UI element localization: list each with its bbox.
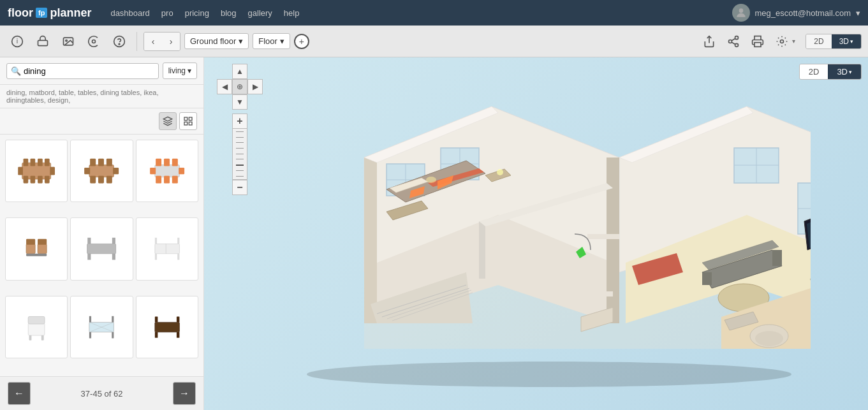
settings-button[interactable] xyxy=(772,31,792,52)
zoom-slider[interactable] xyxy=(232,129,247,180)
design-button[interactable] xyxy=(83,31,105,52)
svg-rect-60 xyxy=(155,244,180,254)
pan-row: ◀ ⊕ ▶ xyxy=(217,79,263,94)
svg-rect-37 xyxy=(107,159,112,166)
next-page-button[interactable]: → xyxy=(173,382,196,405)
svg-rect-34 xyxy=(113,168,119,174)
furniture-item-7[interactable] xyxy=(5,296,68,358)
svg-rect-30 xyxy=(38,176,43,184)
svg-rect-45 xyxy=(164,159,170,166)
canvas-area[interactable]: ▲ ◀ ⊕ ▶ ▼ + − 2D xyxy=(204,57,868,410)
view-dropdown[interactable]: Floor ▾ xyxy=(253,33,290,49)
svg-rect-24 xyxy=(24,159,29,166)
settings-arrow: ▾ xyxy=(792,38,795,45)
nav-help[interactable]: help xyxy=(284,8,300,18)
sidebar-grid-view-button[interactable] xyxy=(179,112,197,130)
furniture-item-6[interactable] xyxy=(136,217,198,280)
pan-up-button[interactable]: ▲ xyxy=(232,64,247,79)
photos-button[interactable] xyxy=(57,31,79,52)
svg-text:i: i xyxy=(17,37,18,45)
furniture-item-3[interactable] xyxy=(136,140,198,202)
svg-rect-28 xyxy=(24,176,29,184)
furniture-item-5[interactable] xyxy=(70,217,133,280)
svg-rect-81 xyxy=(177,316,179,322)
canvas-2d-button[interactable]: 2D xyxy=(800,64,828,79)
svg-rect-25 xyxy=(31,159,36,166)
nav-next-button[interactable]: › xyxy=(162,33,180,50)
user-menu[interactable]: meg_escott@hotmail.com ▾ xyxy=(732,4,860,22)
category-dropdown[interactable]: living ▾ xyxy=(163,62,197,79)
search-icon: 🔍 xyxy=(11,66,21,76)
top-navigation: floor fp planner dashboard pro pricing b… xyxy=(0,0,868,26)
svg-point-8 xyxy=(119,43,120,45)
pan-left-button[interactable]: ◀ xyxy=(217,79,232,94)
print-button[interactable] xyxy=(747,31,768,52)
svg-line-14 xyxy=(732,38,735,40)
view-3d-button[interactable]: 3D ▾ xyxy=(832,34,861,48)
svg-rect-79 xyxy=(177,332,179,338)
main-content: 🔍 living ▾ dining, matbord, table, table… xyxy=(0,57,868,410)
svg-rect-56 xyxy=(88,254,91,260)
info-button[interactable]: i xyxy=(6,31,28,52)
svg-rect-58 xyxy=(88,238,91,244)
svg-point-132 xyxy=(426,177,436,183)
furniture-item-8[interactable] xyxy=(70,296,133,358)
add-floor-button[interactable]: + xyxy=(294,34,309,49)
nav-pro[interactable]: pro xyxy=(161,8,173,18)
svg-point-5 xyxy=(66,40,68,41)
help-button[interactable] xyxy=(108,31,130,52)
svg-rect-22 xyxy=(18,167,23,175)
furniture-item-9[interactable] xyxy=(136,296,198,358)
svg-rect-107 xyxy=(587,234,619,239)
furniture-item-2[interactable] xyxy=(70,140,133,202)
svg-marker-119 xyxy=(702,272,712,285)
pan-center-button[interactable]: ⊕ xyxy=(232,79,247,94)
nav-dashboard[interactable]: dashboard xyxy=(110,8,149,18)
search-input[interactable] xyxy=(24,66,154,76)
nav-blog[interactable]: blog xyxy=(221,8,237,18)
export-button[interactable] xyxy=(699,31,719,52)
svg-marker-92 xyxy=(607,157,619,323)
svg-rect-72 xyxy=(112,332,114,339)
floor-plan xyxy=(288,81,811,387)
svg-rect-18 xyxy=(189,117,192,121)
svg-rect-35 xyxy=(90,159,96,166)
floor-label: Ground floor xyxy=(190,36,236,46)
pan-down-button[interactable]: ▼ xyxy=(232,94,247,110)
nav-pricing[interactable]: pricing xyxy=(185,8,209,18)
zoom-in-button[interactable]: + xyxy=(232,113,247,129)
share-button[interactable] xyxy=(723,31,744,52)
sidebar: 🔍 living ▾ dining, matbord, table, table… xyxy=(0,57,204,410)
logo-text: floor xyxy=(8,6,33,20)
canvas-3d-button[interactable]: 3D ▾ xyxy=(828,64,861,79)
svg-line-13 xyxy=(732,42,735,44)
svg-rect-73 xyxy=(89,316,91,322)
category-arrow-icon: ▾ xyxy=(188,66,191,75)
zoom-out-button[interactable]: − xyxy=(232,180,247,195)
svg-rect-44 xyxy=(156,159,161,166)
view-2d-button[interactable]: 2D xyxy=(806,34,831,48)
canvas-view-toggle: 2D 3D ▾ xyxy=(799,64,862,80)
svg-rect-108 xyxy=(578,291,613,297)
objects-button[interactable] xyxy=(32,31,54,52)
svg-rect-3 xyxy=(38,40,48,45)
prev-page-button[interactable]: ← xyxy=(8,382,31,405)
sidebar-3d-view-button[interactable] xyxy=(159,112,177,130)
svg-rect-40 xyxy=(107,176,112,184)
nav-gallery[interactable]: gallery xyxy=(248,8,272,18)
floor-dropdown[interactable]: Ground floor ▾ xyxy=(184,33,249,49)
svg-point-6 xyxy=(92,40,96,43)
svg-rect-59 xyxy=(112,238,115,244)
app-logo[interactable]: floor fp planner xyxy=(8,6,91,20)
svg-rect-27 xyxy=(45,159,50,166)
nav-prev-button[interactable]: ‹ xyxy=(144,33,162,50)
svg-rect-69 xyxy=(41,335,44,340)
pagination: ← 37-45 of 62 → xyxy=(0,376,203,410)
toolbar: i ‹ › Ground floor ▾ Floor ▾ + ▾ 2D xyxy=(0,26,868,57)
furniture-item-1[interactable] xyxy=(5,140,68,202)
svg-point-127 xyxy=(755,331,783,346)
logo-planner: planner xyxy=(50,6,91,20)
furniture-item-4[interactable] xyxy=(5,217,68,280)
svg-point-82 xyxy=(307,362,791,387)
pan-right-button[interactable]: ▶ xyxy=(247,79,263,94)
